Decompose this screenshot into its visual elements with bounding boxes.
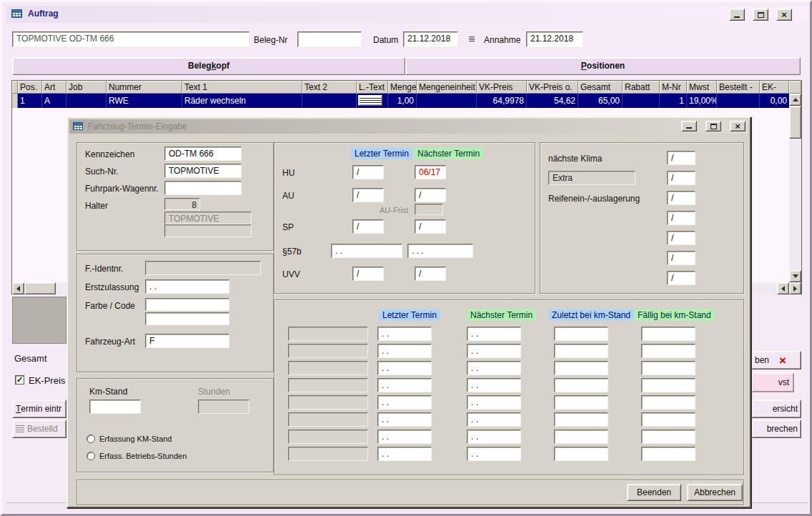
p57b-naechster-field[interactable]: . . . [407, 244, 473, 258]
table-row[interactable]: 1 A RWE Räder wechseln 1,00 64,9978 54,6… [12, 94, 789, 108]
service-last-km-field[interactable] [554, 327, 608, 341]
cell-mwst[interactable]: 19,00% [687, 94, 717, 108]
column-header[interactable]: EK- [760, 81, 789, 94]
main-titlebar[interactable]: Auftrag × [6, 6, 808, 23]
kmstand-field[interactable] [89, 400, 141, 414]
service-last-km-field[interactable] [554, 412, 608, 427]
service-next-date-field[interactable]: . . [467, 447, 521, 461]
cell-pos[interactable]: 1 [18, 94, 42, 108]
halter-name-field[interactable]: TOPMOTIVE [164, 212, 252, 224]
dialog-titlebar[interactable]: Fahrzeug-Termin-Eingabe × [69, 119, 748, 134]
service-name-field[interactable] [288, 361, 368, 375]
service-next-date-field[interactable]: . . [467, 361, 521, 375]
radio-betriebsstunden[interactable] [86, 452, 95, 460]
au-letzter-field[interactable]: / [352, 188, 384, 202]
beleg-nr-field[interactable] [297, 31, 362, 47]
tab-positionen[interactable]: Positionen [405, 57, 801, 75]
service-last-date-field[interactable]: . . [377, 378, 432, 392]
column-header[interactable]: Text 2 [302, 81, 357, 94]
column-header[interactable]: L.-Text [357, 81, 388, 94]
column-header[interactable]: VK-Preis [477, 81, 527, 94]
service-last-km-field[interactable] [554, 361, 608, 375]
service-last-km-field[interactable] [554, 447, 608, 461]
service-last-date-field[interactable]: . . [377, 447, 432, 461]
sp-letzter-field[interactable]: / [352, 219, 384, 234]
column-header[interactable]: Art [42, 81, 66, 94]
cell-ek[interactable]: 0,00 [760, 94, 789, 108]
bestelldaten-button-fragment[interactable]: Bestelld [12, 420, 66, 438]
scroll-right-button[interactable] [789, 282, 801, 294]
service-next-km-field[interactable] [641, 327, 695, 341]
hscrollbar-thumb[interactable] [24, 282, 56, 294]
column-header[interactable]: Text 1 [182, 81, 302, 94]
extra-slash-field[interactable]: / [667, 271, 695, 285]
service-last-date-field[interactable]: . . [377, 395, 432, 410]
column-header[interactable]: Bestellt - [717, 81, 760, 94]
cell-text2[interactable] [302, 94, 357, 108]
fuhrpark-field[interactable] [164, 181, 242, 195]
loeschen-button-fragment[interactable]: ben × [751, 351, 801, 369]
ek-preis-checkbox[interactable]: ✓ [15, 375, 24, 384]
cell-vk-preis[interactable]: 64,9978 [477, 94, 527, 108]
service-name-field[interactable] [288, 378, 368, 392]
service-next-km-field[interactable] [641, 395, 695, 410]
termin-eintragen-button-fragment[interactable]: Termin eintr [12, 400, 66, 418]
service-last-date-field[interactable]: . . [377, 430, 432, 444]
service-name-field[interactable] [288, 344, 368, 358]
service-next-km-field[interactable] [641, 378, 695, 392]
service-name-field[interactable] [288, 412, 368, 427]
beenden-button[interactable]: Beenden [627, 484, 681, 501]
column-header[interactable]: Mwst [687, 81, 717, 94]
kennzeichen-field[interactable]: OD-TM 666 [164, 147, 242, 161]
halter-extra-field[interactable] [164, 224, 252, 237]
tab-belegkopf[interactable]: Belegkopf [12, 57, 405, 75]
dialog-maximize-button[interactable] [705, 121, 721, 132]
p57b-letzter-field[interactable]: . . [331, 244, 402, 258]
hu-letzter-field[interactable]: / [352, 165, 384, 179]
column-header[interactable]: M-Nr [660, 81, 687, 94]
service-last-km-field[interactable] [554, 378, 608, 392]
close-button[interactable]: × [776, 9, 792, 21]
halter-nr-field[interactable]: 8 [164, 198, 200, 210]
service-last-date-field[interactable]: . . [377, 344, 432, 358]
service-next-date-field[interactable]: . . [467, 430, 521, 444]
column-header[interactable]: Mengeneinheit [417, 81, 477, 94]
maximize-button[interactable] [753, 9, 768, 21]
extra-slash-field[interactable]: / [667, 171, 695, 185]
service-name-field[interactable] [288, 430, 368, 444]
dialog-minimize-button[interactable] [681, 121, 697, 132]
service-next-km-field[interactable] [641, 447, 695, 461]
cell-art[interactable]: A [42, 94, 66, 108]
service-next-date-field[interactable]: . . [467, 395, 521, 410]
cell-nummer[interactable]: RWE [107, 94, 182, 108]
column-header[interactable]: Job [66, 81, 107, 94]
sp-naechster-field[interactable]: / [415, 219, 446, 234]
cell-rabatt[interactable] [623, 94, 660, 108]
column-header[interactable]: Pos. [18, 81, 42, 94]
mwst-fragment[interactable]: vst [751, 372, 794, 392]
au-naechster-field[interactable]: / [415, 188, 446, 202]
column-header[interactable]: Gesamt [578, 81, 623, 94]
service-next-date-field[interactable]: . . [467, 412, 521, 427]
fident-field[interactable] [145, 261, 261, 275]
cell-gesamt[interactable]: 65,00 [578, 94, 623, 108]
radio-km-stand[interactable] [86, 435, 95, 443]
column-header[interactable]: Nummer [107, 81, 182, 94]
cell-text1[interactable]: Räder wechseln [182, 94, 302, 108]
cell-ltext[interactable] [357, 94, 388, 108]
hu-naechster-field[interactable]: 06/17 [415, 165, 446, 179]
abbrechen-button[interactable]: Abbrechen [687, 484, 743, 501]
datum-field[interactable]: 21.12.2018 [403, 31, 458, 47]
scroll-left-button[interactable] [12, 282, 24, 294]
calendar-menu-icon[interactable]: ≡ [465, 33, 478, 46]
service-last-date-field[interactable]: . . [377, 412, 432, 427]
service-next-km-field[interactable] [641, 344, 695, 358]
extra-slash-field[interactable]: / [667, 151, 695, 165]
suchnr-field[interactable]: TOPMOTIVE [164, 164, 242, 178]
extra-slash-field[interactable]: / [667, 211, 695, 225]
service-last-km-field[interactable] [554, 430, 608, 444]
abbrechen-button-fragment[interactable]: brechen [751, 420, 801, 438]
cell-bestellt[interactable] [717, 94, 760, 108]
cell-mengeneinheit[interactable] [417, 94, 477, 108]
service-next-date-field[interactable]: . . [467, 344, 521, 358]
